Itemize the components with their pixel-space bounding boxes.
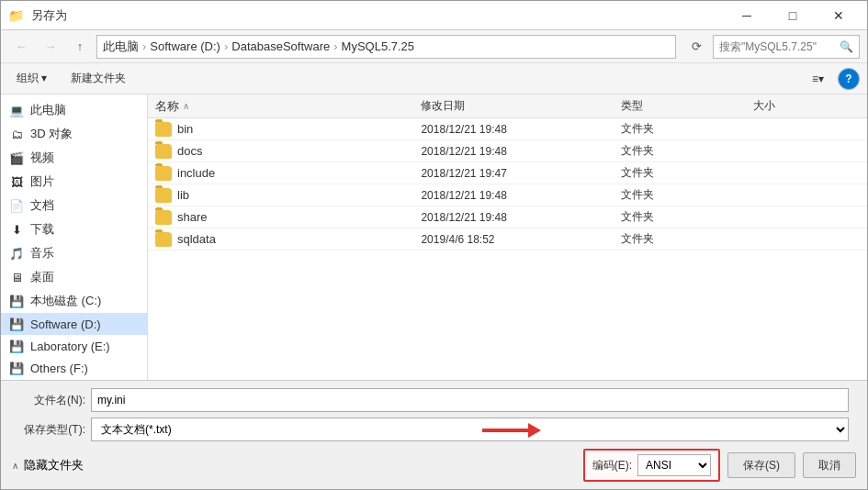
file-name: sqldata bbox=[177, 232, 216, 246]
file-type: 文件夹 bbox=[621, 187, 754, 203]
breadcrumb[interactable]: 此电脑 › Software (D:) › DatabaseSoftware ›… bbox=[96, 35, 676, 59]
downloads-icon: ⬇ bbox=[8, 222, 25, 237]
file-list: 名称 ∧ 修改日期 类型 大小 bin 2018/12/21 19:48 文件夹… bbox=[148, 95, 867, 380]
refresh-btn[interactable]: ⟳ bbox=[683, 36, 709, 58]
hidden-files-toggle[interactable]: ∧ 隐藏文件夹 bbox=[12, 453, 84, 477]
sidebar-item-label: 图片 bbox=[30, 173, 54, 190]
breadcrumb-item: Software (D:) bbox=[150, 39, 220, 53]
back-btn[interactable]: ← bbox=[8, 36, 34, 58]
help-btn[interactable]: ? bbox=[838, 68, 860, 90]
filename-row: 文件名(N): bbox=[12, 388, 856, 412]
drive-f-icon: 💾 bbox=[8, 361, 25, 375]
drive-e-icon: 💾 bbox=[8, 339, 25, 353]
hidden-label: 隐藏文件夹 bbox=[24, 457, 84, 473]
folder-icon bbox=[155, 144, 172, 159]
toolbar: 组织 ▾ 新建文件夹 ≡▾ ? bbox=[1, 63, 867, 95]
table-row[interactable]: sqldata 2019/4/6 18:52 文件夹 bbox=[148, 228, 867, 251]
table-row[interactable]: include 2018/12/21 19:47 文件夹 bbox=[148, 162, 867, 184]
breadcrumb-item: MySQL5.7.25 bbox=[342, 39, 415, 53]
sidebar-item-label: 下载 bbox=[30, 221, 54, 238]
file-type: 文件夹 bbox=[621, 231, 754, 247]
filetype-label: 保存类型(T): bbox=[12, 422, 85, 438]
maximize-btn[interactable]: □ bbox=[772, 1, 814, 30]
file-rows-container: bin 2018/12/21 19:48 文件夹 docs 2018/12/21… bbox=[148, 118, 867, 251]
title-bar: 📁 另存为 ─ □ ✕ bbox=[1, 1, 867, 30]
sidebar-item-software-d[interactable]: 💾 Software (D:) bbox=[1, 313, 147, 335]
filetype-row: 保存类型(T): 文本文档(*.txt) bbox=[12, 418, 856, 441]
col-type-header[interactable]: 类型 bbox=[621, 98, 754, 114]
file-name: lib bbox=[177, 188, 189, 202]
video-icon: 🎬 bbox=[8, 150, 25, 165]
table-row[interactable]: lib 2018/12/21 19:48 文件夹 bbox=[148, 184, 867, 206]
pictures-icon: 🖼 bbox=[8, 174, 25, 189]
search-box[interactable]: 🔍 bbox=[713, 35, 860, 59]
file-type: 文件夹 bbox=[621, 143, 754, 159]
sidebar-item-label: 本地磁盘 (C:) bbox=[30, 293, 101, 309]
file-date: 2018/12/21 19:48 bbox=[421, 211, 620, 224]
table-row[interactable]: share 2018/12/21 19:48 文件夹 bbox=[148, 206, 867, 228]
table-row[interactable]: bin 2018/12/21 19:48 文件夹 bbox=[148, 118, 867, 140]
col-size-header[interactable]: 大小 bbox=[753, 98, 860, 114]
sidebar-item-documents[interactable]: 📄 文档 bbox=[1, 194, 147, 217]
file-date: 2019/4/6 18:52 bbox=[421, 233, 620, 246]
table-row[interactable]: docs 2018/12/21 19:48 文件夹 bbox=[148, 140, 867, 162]
file-list-header: 名称 ∧ 修改日期 类型 大小 bbox=[148, 95, 867, 118]
sidebar-item-downloads[interactable]: ⬇ 下载 bbox=[1, 217, 147, 241]
filename-input[interactable] bbox=[91, 388, 849, 412]
view-btn[interactable]: ≡▾ bbox=[806, 67, 830, 91]
folder-icon bbox=[155, 232, 172, 247]
sidebar-item-music[interactable]: 🎵 音乐 bbox=[1, 241, 147, 265]
organize-btn[interactable]: 组织 ▾ bbox=[8, 67, 55, 91]
sidebar-item-label: 3D 对象 bbox=[30, 126, 73, 142]
sidebar-item-pictures[interactable]: 🖼 图片 bbox=[1, 170, 147, 194]
file-type: 文件夹 bbox=[621, 121, 754, 137]
sidebar-item-label: 桌面 bbox=[30, 269, 54, 285]
sidebar-item-desktop[interactable]: 🖥 桌面 bbox=[1, 265, 147, 289]
sidebar-item-3d[interactable]: 🗂 3D 对象 bbox=[1, 122, 147, 146]
drive-c-icon: 💾 bbox=[8, 294, 25, 308]
breadcrumb-item: DatabaseSoftware bbox=[231, 39, 330, 53]
filetype-select[interactable]: 文本文档(*.txt) bbox=[91, 418, 849, 441]
collapse-icon: ∧ bbox=[12, 461, 18, 471]
file-name: docs bbox=[177, 144, 202, 158]
3d-icon: 🗂 bbox=[8, 127, 25, 141]
pc-icon: 💻 bbox=[8, 103, 25, 117]
up-btn[interactable]: ↑ bbox=[67, 36, 93, 58]
search-icon: 🔍 bbox=[840, 40, 853, 53]
file-date: 2018/12/21 19:48 bbox=[421, 189, 620, 202]
breadcrumb-item: 此电脑 bbox=[103, 39, 139, 55]
navigation-bar: ← → ↑ 此电脑 › Software (D:) › DatabaseSoft… bbox=[1, 30, 867, 63]
documents-icon: 📄 bbox=[8, 198, 25, 213]
close-btn[interactable]: ✕ bbox=[817, 1, 860, 30]
sidebar-item-label: 文档 bbox=[30, 197, 54, 214]
folder-icon bbox=[155, 210, 172, 225]
search-input[interactable] bbox=[719, 40, 836, 53]
new-folder-btn[interactable]: 新建文件夹 bbox=[62, 67, 134, 91]
sidebar-item-video[interactable]: 🎬 视频 bbox=[1, 146, 147, 170]
music-icon: 🎵 bbox=[8, 246, 25, 261]
sidebar-item-laboratory-e[interactable]: 💾 Laboratory (E:) bbox=[1, 335, 147, 357]
drive-d-icon: 💾 bbox=[8, 317, 25, 331]
dialog-title: 另存为 bbox=[31, 7, 726, 24]
encoding-container: 编码(E): ANSI UTF-8 Unicode bbox=[583, 449, 720, 482]
forward-btn[interactable]: → bbox=[38, 36, 63, 58]
sidebar-item-label: Laboratory (E:) bbox=[30, 340, 110, 353]
sidebar: 💻 此电脑 🗂 3D 对象 🎬 视频 🖼 图片 📄 文档 ⬇ 下载 bbox=[1, 95, 148, 380]
encoding-label: 编码(E): bbox=[592, 458, 632, 473]
minimize-btn[interactable]: ─ bbox=[726, 1, 768, 30]
file-name: include bbox=[177, 166, 215, 180]
cancel-button[interactable]: 取消 bbox=[803, 452, 856, 478]
folder-icon bbox=[155, 166, 172, 181]
save-button[interactable]: 保存(S) bbox=[727, 452, 795, 478]
sidebar-item-this-pc[interactable]: 💻 此电脑 bbox=[1, 98, 147, 122]
red-arrow bbox=[482, 423, 541, 438]
sidebar-item-others-f[interactable]: 💾 Others (F:) bbox=[1, 357, 147, 379]
col-date-header[interactable]: 修改日期 bbox=[421, 98, 620, 114]
folder-icon bbox=[155, 188, 172, 203]
col-name-header[interactable]: 名称 ∧ bbox=[155, 98, 421, 115]
file-name: bin bbox=[177, 122, 193, 136]
sidebar-item-local-c[interactable]: 💾 本地磁盘 (C:) bbox=[1, 289, 147, 313]
sidebar-item-label: 此电脑 bbox=[30, 102, 66, 118]
main-area: 💻 此电脑 🗂 3D 对象 🎬 视频 🖼 图片 📄 文档 ⬇ 下载 bbox=[1, 95, 867, 380]
encoding-select[interactable]: ANSI UTF-8 Unicode bbox=[637, 454, 711, 476]
